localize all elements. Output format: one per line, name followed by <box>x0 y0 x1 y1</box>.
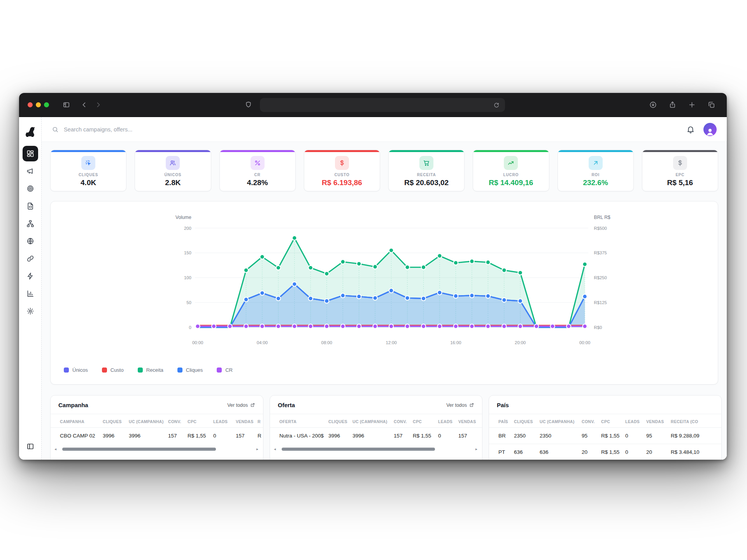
receita-point[interactable] <box>518 271 523 275</box>
cliques-point[interactable] <box>324 299 329 303</box>
receita-point[interactable] <box>292 236 296 240</box>
cr-point[interactable] <box>276 324 281 328</box>
cliques-point[interactable] <box>341 293 345 298</box>
receita-point[interactable] <box>373 264 377 269</box>
cr-point[interactable] <box>292 324 296 328</box>
receita-point[interactable] <box>437 254 442 258</box>
notifications-bell-icon[interactable] <box>686 125 695 134</box>
cr-point[interactable] <box>195 324 200 328</box>
tab-overview-icon[interactable] <box>704 99 718 111</box>
cr-point[interactable] <box>486 324 490 328</box>
cr-point[interactable] <box>582 324 587 328</box>
sidebar-item-reports[interactable] <box>23 286 38 301</box>
receita-point[interactable] <box>341 259 345 264</box>
receita-point[interactable] <box>389 248 393 252</box>
receita-point[interactable] <box>454 261 458 265</box>
cliques-point[interactable] <box>502 298 506 302</box>
cr-point[interactable] <box>244 324 248 328</box>
cr-point[interactable] <box>550 324 554 328</box>
cliques-point[interactable] <box>437 290 442 295</box>
ver-todos-link[interactable]: Ver todos <box>227 402 255 408</box>
cr-point[interactable] <box>228 324 232 328</box>
cr-point[interactable] <box>324 324 329 328</box>
scrollbar-track[interactable] <box>59 448 254 451</box>
cr-point[interactable] <box>470 324 474 328</box>
cr-point[interactable] <box>502 324 506 328</box>
cr-point[interactable] <box>309 324 313 328</box>
sidebar-item-dashboard[interactable] <box>23 146 38 161</box>
scroll-left-arrow[interactable]: ◂ <box>54 447 56 451</box>
legend-item-cr[interactable]: CR <box>217 367 233 373</box>
receita-point[interactable] <box>324 271 329 276</box>
cr-point[interactable] <box>454 324 458 328</box>
cliques-point[interactable] <box>470 293 474 298</box>
cliques-point[interactable] <box>421 296 426 301</box>
scrollbar-thumb[interactable] <box>62 448 216 451</box>
legend-item-cliques[interactable]: Cliques <box>177 367 203 373</box>
sidebar-item-links[interactable] <box>23 251 38 266</box>
cliques-point[interactable] <box>486 294 490 298</box>
horizontal-scrollbar[interactable]: ◂▸ <box>51 444 263 451</box>
cr-point[interactable] <box>405 324 409 328</box>
sidebar-item-automations[interactable] <box>23 268 38 284</box>
close-button[interactable] <box>28 102 33 107</box>
receita-point[interactable] <box>260 255 264 259</box>
sidebar-item-settings[interactable] <box>23 303 38 319</box>
cliques-point[interactable] <box>389 288 393 292</box>
cr-point[interactable] <box>212 324 216 328</box>
user-avatar[interactable] <box>703 123 717 136</box>
sidebar-collapse-icon[interactable] <box>23 439 38 454</box>
cr-point[interactable] <box>341 324 345 328</box>
cr-point[interactable] <box>518 324 523 328</box>
receita-point[interactable] <box>276 266 281 270</box>
cliques-point[interactable] <box>373 296 377 300</box>
scrollbar-thumb[interactable] <box>282 448 435 451</box>
address-bar[interactable] <box>260 98 505 112</box>
legend-item-receita[interactable]: Receita <box>138 367 163 373</box>
forward-button[interactable] <box>91 99 105 111</box>
horizontal-scrollbar[interactable]: ◂▸ <box>270 444 482 451</box>
cliques-point[interactable] <box>357 294 361 299</box>
cliques-point[interactable] <box>405 296 409 300</box>
search-input[interactable] <box>63 126 230 133</box>
zoom-button[interactable] <box>44 102 49 107</box>
receita-point[interactable] <box>421 265 426 270</box>
downloads-icon[interactable] <box>646 99 660 111</box>
ver-todos-link[interactable]: Ver todos <box>446 402 474 408</box>
browser-sidebar-toggle-icon[interactable] <box>59 99 73 111</box>
cr-point[interactable] <box>534 324 538 328</box>
sidebar-item-domains[interactable] <box>23 233 38 249</box>
cr-point[interactable] <box>421 324 426 328</box>
receita-point[interactable] <box>502 268 506 272</box>
cliques-point[interactable] <box>309 296 313 301</box>
scroll-left-arrow[interactable]: ◂ <box>274 447 276 451</box>
cliques-point[interactable] <box>292 282 296 286</box>
scrollbar-track[interactable] <box>279 448 473 451</box>
cliques-point[interactable] <box>244 297 248 301</box>
minimize-button[interactable] <box>36 102 41 107</box>
legend-item-únicos[interactable]: Únicos <box>64 367 88 373</box>
share-icon[interactable] <box>665 99 679 111</box>
receita-point[interactable] <box>244 268 248 272</box>
reload-icon[interactable] <box>491 100 502 110</box>
sidebar-item-campaigns[interactable] <box>23 163 38 179</box>
new-tab-icon[interactable] <box>685 99 699 111</box>
cr-point[interactable] <box>389 324 393 328</box>
receita-point[interactable] <box>486 260 490 264</box>
receita-point[interactable] <box>405 265 409 270</box>
cr-point[interactable] <box>357 324 361 328</box>
receita-point[interactable] <box>582 262 587 266</box>
cr-point[interactable] <box>373 324 377 328</box>
cliques-point[interactable] <box>276 296 281 301</box>
sidebar-item-flows[interactable] <box>23 216 38 231</box>
cliques-point[interactable] <box>582 294 587 299</box>
cr-point[interactable] <box>566 324 571 328</box>
cr-point[interactable] <box>260 324 264 328</box>
cr-point[interactable] <box>437 324 442 328</box>
receita-point[interactable] <box>357 262 361 266</box>
cliques-point[interactable] <box>518 299 523 303</box>
sidebar-item-offers[interactable] <box>23 181 38 196</box>
cliques-point[interactable] <box>454 294 458 298</box>
scroll-right-arrow[interactable]: ▸ <box>256 447 258 451</box>
receita-point[interactable] <box>309 266 313 270</box>
